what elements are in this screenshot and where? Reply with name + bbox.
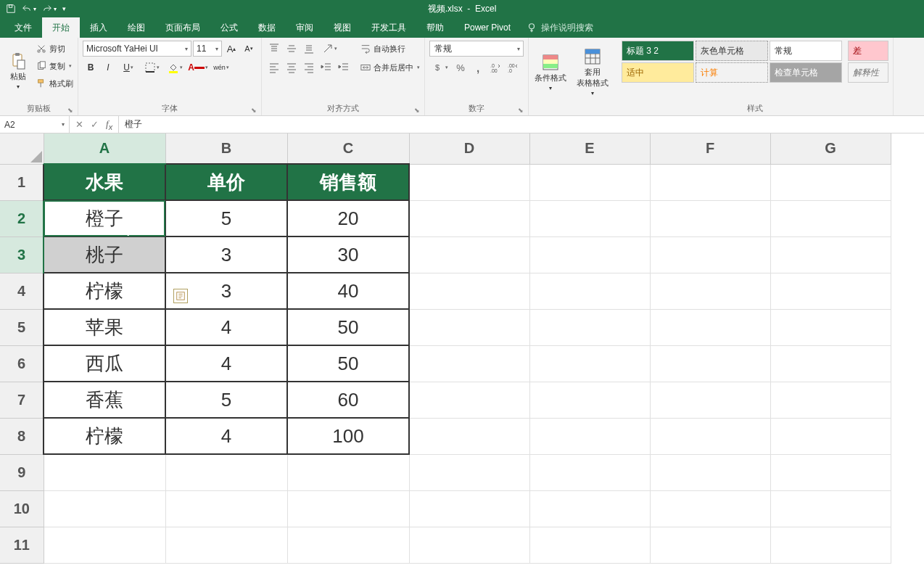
- cell-G8[interactable]: [770, 418, 891, 454]
- italic-button[interactable]: I: [100, 59, 116, 75]
- row-header-2[interactable]: 2: [0, 200, 44, 236]
- row-header-11[interactable]: 11: [0, 527, 44, 563]
- accounting-format-button[interactable]: $▾: [429, 59, 451, 75]
- tab-help[interactable]: 帮助: [416, 17, 454, 38]
- col-header-D[interactable]: D: [409, 133, 529, 164]
- bold-button[interactable]: B: [83, 59, 99, 75]
- cell-B8[interactable]: 4: [165, 418, 287, 454]
- cell-F2[interactable]: [650, 200, 770, 236]
- cell-A7[interactable]: 香蕉: [44, 382, 165, 418]
- cell-F9[interactable]: [650, 454, 770, 490]
- style-title32[interactable]: 标题 3 2: [622, 41, 694, 61]
- cell-C3[interactable]: 30: [287, 236, 409, 273]
- cell-G6[interactable]: [770, 345, 891, 382]
- cell-B6[interactable]: 4: [165, 345, 287, 382]
- comma-button[interactable]: ,: [470, 59, 486, 75]
- cell-E1[interactable]: [529, 164, 650, 200]
- name-box[interactable]: A2▾: [0, 116, 70, 133]
- cell-G5[interactable]: [770, 309, 891, 345]
- cell-A2[interactable]: 橙子: [44, 200, 165, 236]
- conditional-format-button[interactable]: 条件格式▾: [533, 41, 568, 104]
- font-name-select[interactable]: Microsoft YaHei UI▾: [83, 41, 191, 57]
- cell-E3[interactable]: [529, 236, 650, 273]
- decrease-decimal-button[interactable]: .00.0: [505, 59, 521, 75]
- style-check-cell[interactable]: 检查单元格: [770, 62, 842, 83]
- cell-C4[interactable]: 40: [287, 273, 409, 309]
- cell-B3[interactable]: 3: [165, 236, 287, 273]
- copy-button[interactable]: 复制▾: [36, 58, 73, 74]
- qat-customize[interactable]: ▾: [62, 5, 66, 12]
- cell-E4[interactable]: [529, 273, 650, 309]
- cell-B5[interactable]: 4: [165, 309, 287, 345]
- percent-button[interactable]: %: [453, 59, 469, 75]
- cell-G11[interactable]: [770, 527, 891, 563]
- cell-E9[interactable]: [529, 454, 650, 490]
- cell-A5[interactable]: 苹果: [44, 309, 165, 345]
- row-header-4[interactable]: 4: [0, 273, 44, 309]
- font-launcher[interactable]: ⬊: [251, 107, 257, 114]
- decrease-indent-button[interactable]: [318, 59, 334, 75]
- formula-input[interactable]: 橙子: [119, 116, 924, 133]
- clipboard-launcher[interactable]: ⬊: [67, 107, 73, 114]
- align-center-button[interactable]: [284, 59, 300, 75]
- select-all-corner[interactable]: [0, 133, 44, 164]
- format-as-table-button[interactable]: 套用 表格格式▾: [572, 41, 613, 104]
- cell-E6[interactable]: [529, 345, 650, 382]
- tab-draw[interactable]: 绘图: [117, 17, 155, 38]
- wrap-text-button[interactable]: 自动换行: [360, 41, 420, 57]
- cell-D10[interactable]: [409, 490, 529, 527]
- cell-C2[interactable]: 20: [287, 200, 409, 236]
- style-explanatory[interactable]: 解释性: [848, 62, 888, 83]
- tab-page-layout[interactable]: 页面布局: [155, 17, 210, 38]
- cell-D5[interactable]: [409, 309, 529, 345]
- cell-A9[interactable]: [44, 454, 165, 490]
- cell-E7[interactable]: [529, 382, 650, 418]
- style-bad[interactable]: 差: [848, 41, 888, 61]
- cell-C6[interactable]: 50: [287, 345, 409, 382]
- cell-F7[interactable]: [650, 382, 770, 418]
- cell-G2[interactable]: [770, 200, 891, 236]
- save-button[interactable]: [6, 4, 16, 14]
- cell-C8[interactable]: 100: [287, 418, 409, 454]
- cell-D3[interactable]: [409, 236, 529, 273]
- cell-G1[interactable]: [770, 164, 891, 200]
- cell-B9[interactable]: [165, 454, 287, 490]
- cell-A4[interactable]: 柠檬: [44, 273, 165, 309]
- row-header-5[interactable]: 5: [0, 309, 44, 345]
- cell-B7[interactable]: 5: [165, 382, 287, 418]
- col-header-G[interactable]: G: [770, 133, 891, 164]
- align-bottom-button[interactable]: [301, 41, 317, 57]
- fill-color-button[interactable]: ▾: [164, 59, 186, 75]
- style-normal[interactable]: 常规: [770, 41, 842, 61]
- redo-button[interactable]: ▾: [42, 4, 57, 14]
- row-header-3[interactable]: 3: [0, 236, 44, 273]
- cell-C9[interactable]: [287, 454, 409, 490]
- cell-B11[interactable]: [165, 527, 287, 563]
- row-header-7[interactable]: 7: [0, 382, 44, 418]
- cell-F10[interactable]: [650, 490, 770, 527]
- cell-A11[interactable]: [44, 527, 165, 563]
- cut-button[interactable]: 剪切: [36, 41, 73, 57]
- cell-E2[interactable]: [529, 200, 650, 236]
- cell-D1[interactable]: [409, 164, 529, 200]
- undo-button[interactable]: ▾: [22, 4, 36, 14]
- cell-F4[interactable]: [650, 273, 770, 309]
- cell-C7[interactable]: 60: [287, 382, 409, 418]
- orientation-button[interactable]: ▾: [318, 41, 340, 57]
- format-painter-button[interactable]: 格式刷: [36, 75, 73, 91]
- style-neutral[interactable]: 适中: [622, 62, 694, 83]
- col-header-A[interactable]: A: [44, 133, 165, 164]
- cell-F6[interactable]: [650, 345, 770, 382]
- cell-C5[interactable]: 50: [287, 309, 409, 345]
- underline-button[interactable]: U▾: [117, 59, 139, 75]
- worksheet-grid[interactable]: A B C D E F G 1 水果 单价 销售额 2 橙子 5 20 3 桃子…: [0, 133, 924, 564]
- row-header-8[interactable]: 8: [0, 418, 44, 454]
- cell-F8[interactable]: [650, 418, 770, 454]
- cell-F5[interactable]: [650, 309, 770, 345]
- tab-home[interactable]: 开始: [42, 17, 80, 38]
- increase-indent-button[interactable]: [336, 59, 352, 75]
- cancel-edit-button[interactable]: ✕: [75, 119, 83, 130]
- cell-styles-gallery[interactable]: 标题 3 2 灰色单元格 常规 适中 计算 检查单元格: [622, 41, 842, 102]
- row-header-10[interactable]: 10: [0, 490, 44, 527]
- cell-G9[interactable]: [770, 454, 891, 490]
